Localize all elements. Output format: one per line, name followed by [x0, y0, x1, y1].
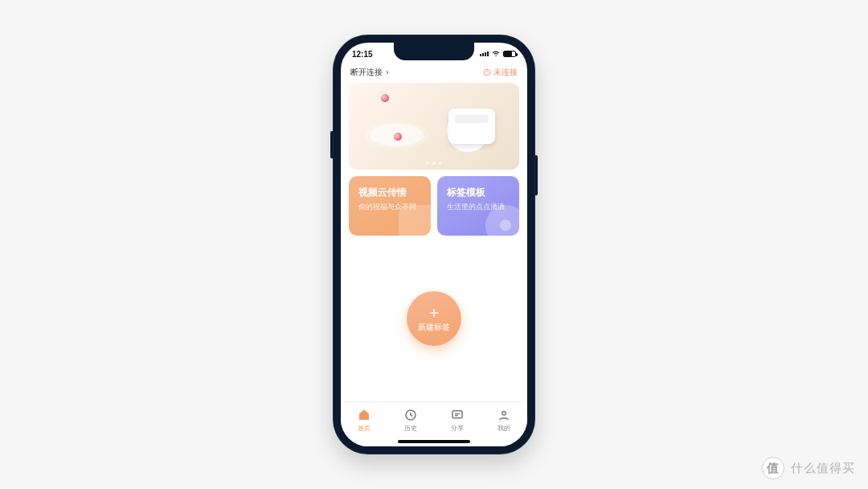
main-area: ＋ 新建标签 [341, 236, 527, 401]
phone-notch [394, 43, 474, 60]
svg-point-5 [502, 412, 506, 416]
phone-screen: 12:15 断开连接 未连接 [341, 43, 527, 446]
battery-icon [503, 51, 516, 57]
home-indicator [398, 440, 470, 443]
home-icon [357, 408, 371, 422]
plus-icon: ＋ [426, 304, 442, 320]
tab-label: 我的 [497, 424, 510, 433]
watermark-text: 什么值得买 [791, 461, 855, 476]
clock-icon [403, 408, 418, 422]
status-time: 12:15 [352, 50, 373, 59]
alert-icon [483, 68, 491, 76]
user-icon [497, 408, 511, 422]
card-video-share[interactable]: 视频云传情 你的祝福与众不同 [349, 176, 431, 236]
card-title: 视频云传情 [358, 186, 421, 199]
hero-device-icon [448, 109, 495, 144]
disconnect-button[interactable]: 断开连接 [350, 67, 391, 78]
chat-icon [450, 408, 465, 422]
tab-history[interactable]: 历史 [387, 402, 434, 438]
hero-decor-icon [394, 133, 402, 141]
card-title: 标签模板 [447, 186, 510, 199]
hero-banner[interactable] [349, 83, 519, 170]
card-subtitle: 你的祝福与众不同 [358, 202, 421, 212]
cellular-icon [480, 51, 489, 56]
feature-cards-row: 视频云传情 你的祝福与众不同 标签模板 生活里的点点滴滴 [341, 170, 527, 236]
watermark-badge: 值 [762, 457, 784, 479]
wifi-icon [492, 50, 500, 58]
connection-bar: 断开连接 未连接 [341, 65, 527, 83]
tab-share[interactable]: 分享 [434, 402, 481, 438]
new-label-button[interactable]: ＋ 新建标签 [407, 291, 461, 346]
chevron-right-icon [384, 69, 391, 76]
phone-frame: 12:15 断开连接 未连接 [333, 35, 535, 454]
carousel-dots[interactable] [426, 162, 442, 165]
connection-status: 未连接 [483, 67, 518, 78]
tab-home[interactable]: 首页 [341, 402, 387, 438]
site-watermark: 值 什么值得买 [762, 457, 855, 479]
disconnect-label: 断开连接 [350, 67, 383, 78]
svg-point-2 [487, 73, 488, 74]
connection-status-label: 未连接 [493, 67, 518, 78]
tab-label: 历史 [404, 424, 417, 433]
tab-profile[interactable]: 我的 [481, 402, 527, 438]
tab-label: 分享 [451, 424, 464, 433]
fab-label: 新建标签 [418, 322, 450, 333]
tab-label: 首页 [358, 424, 371, 433]
hero-decor-icon [381, 94, 389, 102]
card-label-templates[interactable]: 标签模板 生活里的点点滴滴 [437, 176, 519, 236]
status-right-cluster [480, 50, 516, 58]
card-subtitle: 生活里的点点滴滴 [447, 202, 510, 212]
svg-point-0 [495, 55, 496, 56]
